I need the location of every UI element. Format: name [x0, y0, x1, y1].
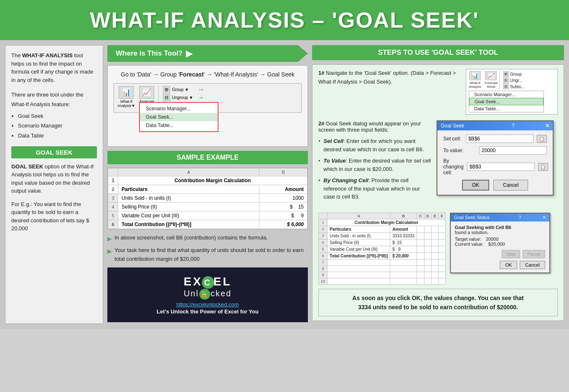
- mini-forecast-label: ForecastSheet: [485, 81, 498, 89]
- mini-d7: [424, 259, 432, 265]
- sample-bullets: ▶ In above screenshot, cell B6 (contribu…: [107, 234, 308, 263]
- goal-seek-description: GOAL SEEK option of the What-If Analysis…: [11, 163, 97, 195]
- variable-cost-value: $ 9: [259, 211, 307, 220]
- dialog-cancel-button[interactable]: Cancel: [493, 180, 528, 191]
- col-b-header: B: [259, 168, 307, 176]
- arrow-icon-1: ▶: [107, 234, 112, 243]
- step-button[interactable]: Step: [502, 250, 521, 258]
- forecast-label: Forecast: [179, 71, 203, 78]
- total-contribution-value: $ 6,000: [259, 220, 307, 229]
- mini-c10: [417, 278, 424, 284]
- current-value: $20,000: [488, 242, 505, 247]
- status-close-icon[interactable]: ✕: [542, 215, 546, 220]
- goal-seek-bold: GOAL SEEK: [11, 163, 43, 170]
- example-text: For E.g.: You want to find the quantity …: [11, 200, 97, 233]
- mini-subtotal-item: ⊟ Subto...: [503, 84, 524, 89]
- feature-list: There are three tool under the What-If A…: [11, 90, 97, 140]
- plus-icon: +≡: [199, 88, 203, 92]
- ungroup-btn[interactable]: ⊟ Ungroup ▼ -≡: [163, 94, 203, 101]
- to-value-row: To value:: [443, 146, 547, 155]
- table-row: 2 Particulars Amount: [108, 185, 307, 194]
- intro-text: The WHAT-IF ANALYSIS tool helps us to fi…: [11, 51, 97, 84]
- mini-a9: [328, 272, 390, 278]
- mini-row-3: 3: [319, 232, 328, 239]
- mini-row-8: 8: [319, 265, 328, 272]
- scenario-manager-item[interactable]: Scenario Manager...: [140, 104, 218, 113]
- step-2-number: 2#: [318, 120, 324, 127]
- mini-f5: [439, 246, 446, 252]
- mini-subtotal-icon: ⊟: [503, 84, 509, 89]
- whatif-icon: 📊: [119, 86, 134, 99]
- bullet-text-1: In above screenshot, cell B6 (contributi…: [114, 234, 268, 242]
- status-ok-button[interactable]: OK: [500, 261, 517, 269]
- status-msg-text: found a solution.: [455, 230, 489, 235]
- step-1-text: 1# Navigate to the 'Goal Seek' option. (…: [318, 69, 461, 115]
- sample-table: A B 1 Contribution Margin Calculation 2 …: [108, 168, 307, 229]
- steps-header: STEPS TO USE 'GOAL SEEK' TOOL: [312, 45, 564, 60]
- bullet-by-changing-text: By Changing Cell: Provide the cell refer…: [323, 176, 432, 201]
- mini-total-label: Total Contribution [(I*II)-(I*III)]: [328, 252, 390, 259]
- set-cell-input[interactable]: [466, 135, 533, 143]
- table-row: 9: [319, 272, 446, 278]
- row-num-5: 5: [108, 211, 118, 220]
- step-2-section: 2# Goal Seek dialog would appear on your…: [318, 120, 558, 207]
- main-container: WHAT-IF ANALYSIS – 'GOAL SEEK' The WHAT-…: [0, 0, 569, 392]
- pause-button[interactable]: Pause: [523, 250, 545, 258]
- whatif-label: What-IfAnalysis▼: [117, 99, 135, 108]
- tool-item-goal-seek: Goal Seek: [18, 111, 97, 121]
- step-2-text: 2# Goal Seek dialog would appear on your…: [318, 120, 432, 133]
- bullet-icon-1: ▪: [318, 137, 320, 145]
- group-btn[interactable]: ⊞ Group ▼ +≡: [163, 86, 203, 93]
- where-tool-label: Where is This Tool?: [116, 49, 183, 58]
- mini-f10: [439, 278, 446, 284]
- mini-row-10: 10: [319, 278, 328, 284]
- set-cell-picker[interactable]: 📋: [537, 135, 547, 143]
- logo-url[interactable]: https://excelunlocked.com: [115, 301, 300, 308]
- goal-seek-status-wrap: Goal Seek Status ? ✕ Goal Seeking with C…: [450, 213, 550, 285]
- list-intro: There are three tool under the What-If A…: [11, 90, 97, 109]
- whatif-button[interactable]: 📊 What-IfAnalysis▼: [117, 86, 135, 108]
- tool-item-scenario: Scenario Manager: [18, 121, 97, 130]
- mini-f7: [439, 259, 446, 265]
- mini-e7: [432, 259, 439, 265]
- where-tool-header: Where is This Tool? ▶: [107, 45, 308, 62]
- bullet-1: ▶ In above screenshot, cell B6 (contribu…: [107, 234, 308, 243]
- data-table-item[interactable]: Data Table...: [140, 121, 218, 130]
- mini-col-f: F: [439, 213, 446, 219]
- to-value-input[interactable]: [479, 146, 547, 155]
- mini-goal-seek-item[interactable]: Goal Seek...: [469, 98, 544, 105]
- table-row: 10: [319, 278, 446, 284]
- mini-ungroup-item: ⊟ Ungr...: [503, 77, 524, 83]
- mini-amount: Amount: [390, 226, 417, 232]
- dialog-ok-button[interactable]: OK: [462, 180, 489, 191]
- row-num-3: 3: [108, 194, 118, 203]
- mini-a7: [328, 259, 390, 265]
- steps-body: 1# Navigate to the 'Goal Seek' option. (…: [312, 64, 564, 321]
- forecast-icon: 📈: [139, 86, 154, 99]
- tool-list: Goal Seek Scenario Manager Data Table: [11, 111, 97, 140]
- mini-b7: [390, 259, 417, 265]
- mini-a10: [328, 278, 390, 284]
- mini-units-label: Units Sold - in units (I): [328, 232, 390, 239]
- dialog-close-icon[interactable]: ✕: [545, 123, 549, 129]
- dialog-titlebar: Goal Seek ? ✕: [437, 121, 553, 130]
- excel-ribbon: 📊 What-IfAnalysis▼ 📈 ForecastSheet ⊞ Gro…: [114, 83, 302, 113]
- mini-e4: [432, 239, 439, 246]
- mini-whatif-icon: 📊: [469, 71, 481, 80]
- mini-e2: [432, 226, 439, 232]
- mini-scenario-item[interactable]: Scenario Manager...: [469, 91, 544, 98]
- status-cancel-button[interactable]: Cancel: [520, 261, 545, 269]
- by-changing-input[interactable]: [467, 163, 535, 171]
- mini-ungroup-label: Ungr...: [510, 78, 522, 83]
- mini-data-table-item[interactable]: Data Table...: [469, 105, 544, 112]
- mini-c8: [417, 265, 424, 272]
- mini-whatif-label: What-IfAnalysis: [469, 81, 481, 89]
- bullet-by-changing: ▪ By Changing Cell: Provide the cell ref…: [318, 176, 432, 201]
- by-changing-picker[interactable]: 📋: [538, 163, 548, 171]
- units-sold-cell: Units Sold - in units (I): [118, 194, 259, 203]
- col-a-header: A: [118, 168, 259, 176]
- mini-d10: [424, 278, 432, 284]
- table-row: 6 Total Contribution [(I*II)-(I*III)] $ …: [319, 252, 446, 259]
- goal-seek-item[interactable]: Goal Seek...: [140, 113, 218, 121]
- current-row: Current value: $20,000: [455, 242, 545, 247]
